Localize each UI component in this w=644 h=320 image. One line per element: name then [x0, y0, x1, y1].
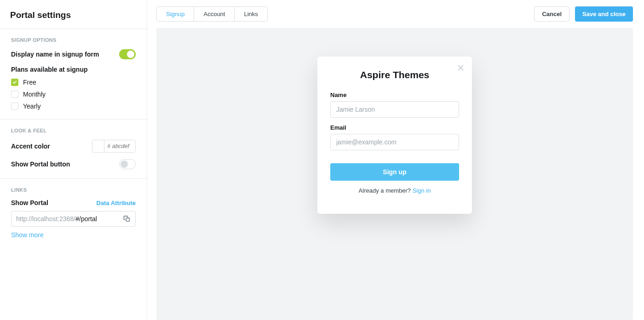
show-portal-label: Show Portal: [11, 199, 48, 206]
page-title: Portal settings: [10, 10, 136, 20]
tab-signup[interactable]: Signup: [157, 7, 194, 21]
plan-free-label: Free: [23, 79, 36, 86]
data-attribute-link[interactable]: Data Attribute: [97, 200, 136, 206]
plan-free-checkbox[interactable]: [11, 79, 18, 86]
sidebar-header: Portal settings: [0, 0, 147, 29]
email-field-label: Email: [330, 124, 459, 131]
section-title-signup: SIGNUP OPTIONS: [11, 37, 136, 43]
preview-area: Aspire Themes Name Email Sign up Already…: [156, 28, 633, 320]
section-title-links: LINKS: [11, 187, 136, 193]
section-links: LINKS Show Portal Data Attribute http://…: [0, 179, 147, 248]
portal-url-box: http://localhost:2368/#/portal: [11, 211, 136, 227]
links-header-row: Show Portal Data Attribute: [11, 199, 136, 206]
name-input[interactable]: [330, 101, 459, 118]
portal-button-label: Show Portal button: [11, 160, 70, 168]
already-member-prefix: Already a member?: [359, 187, 413, 194]
plan-yearly-row: Yearly: [11, 103, 136, 110]
save-button[interactable]: Save and close: [575, 6, 633, 22]
section-look-feel: LOOK & FEEL Accent color Show Portal but…: [0, 120, 147, 179]
row-accent-color: Accent color: [11, 140, 136, 153]
portal-url-text: http://localhost:2368/#/portal: [16, 215, 123, 223]
close-icon[interactable]: [457, 64, 465, 73]
accent-color-input-group: [92, 140, 136, 153]
segment-tabs: Signup Account Links: [156, 6, 268, 22]
top-actions: Cancel Save and close: [534, 6, 633, 22]
already-member-text: Already a member? Sign in: [330, 187, 459, 194]
display-name-toggle[interactable]: [119, 49, 136, 59]
sidebar: Portal settings SIGNUP OPTIONS Display n…: [0, 0, 147, 320]
cancel-button[interactable]: Cancel: [534, 6, 569, 22]
plan-monthly-label: Monthly: [23, 91, 46, 98]
portal-url-prefix: http://localhost:2368/: [16, 215, 75, 223]
plan-yearly-label: Yearly: [23, 103, 40, 110]
plan-yearly-checkbox[interactable]: [11, 103, 18, 110]
preview-card: Aspire Themes Name Email Sign up Already…: [317, 57, 472, 214]
portal-url-hash: #/portal: [75, 215, 97, 223]
portal-button-toggle[interactable]: [119, 159, 136, 169]
show-more-link[interactable]: Show more: [11, 231, 136, 239]
row-display-name: Display name in signup form: [11, 49, 136, 59]
email-input[interactable]: [330, 134, 459, 150]
plan-free-row: Free: [11, 79, 136, 86]
signup-button[interactable]: Sign up: [330, 163, 459, 181]
accent-color-swatch[interactable]: [92, 140, 104, 152]
accent-color-label: Accent color: [11, 143, 50, 150]
row-portal-button: Show Portal button: [11, 159, 136, 169]
svg-rect-0: [126, 218, 129, 221]
tab-account[interactable]: Account: [194, 7, 235, 21]
tab-links[interactable]: Links: [235, 7, 267, 21]
topbar: Signup Account Links Cancel Save and clo…: [156, 6, 633, 22]
signin-link[interactable]: Sign in: [413, 187, 431, 194]
plan-monthly-row: Monthly: [11, 91, 136, 98]
main-area: Signup Account Links Cancel Save and clo…: [147, 0, 644, 320]
section-title-lookfeel: LOOK & FEEL: [11, 128, 136, 133]
preview-brand-title: Aspire Themes: [330, 69, 459, 80]
plans-label: Plans available at signup: [11, 66, 136, 73]
section-signup-options: SIGNUP OPTIONS Display name in signup fo…: [0, 29, 147, 120]
plan-monthly-checkbox[interactable]: [11, 91, 18, 98]
name-field-label: Name: [330, 91, 459, 98]
accent-color-input[interactable]: [104, 140, 135, 152]
display-name-label: Display name in signup form: [11, 51, 99, 58]
copy-icon[interactable]: [123, 215, 131, 223]
check-icon: [12, 80, 17, 85]
